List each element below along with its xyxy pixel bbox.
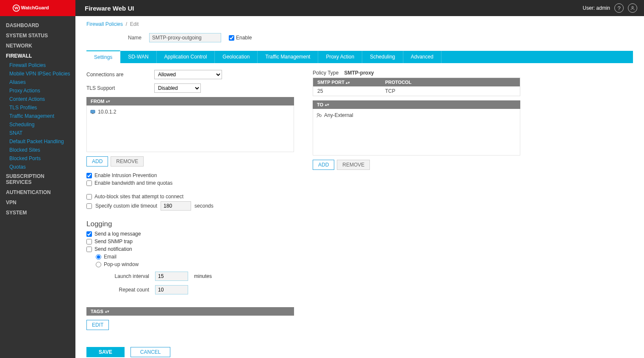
- nav-firewall[interactable]: FIREWALL: [0, 51, 75, 61]
- nav-quotas[interactable]: Quotas: [0, 163, 75, 171]
- tab-sdwan[interactable]: SD-WAN: [120, 51, 156, 63]
- from-item[interactable]: 10.0.1.2: [90, 108, 290, 116]
- nav-system-status[interactable]: SYSTEM STATUS: [0, 31, 75, 41]
- sort-icon: ▴▾: [105, 309, 109, 314]
- name-input[interactable]: [149, 33, 221, 42]
- from-add-button[interactable]: ADD: [86, 156, 108, 167]
- svg-rect-4: [91, 110, 95, 113]
- launch-input[interactable]: [155, 272, 188, 281]
- tab-advanced[interactable]: Advanced: [403, 51, 441, 63]
- policy-type-label: Policy Type: [313, 70, 339, 76]
- connections-select[interactable]: Allowed: [154, 70, 222, 79]
- email-radio[interactable]: [96, 254, 101, 260]
- sidebar: DASHBOARD SYSTEM STATUS NETWORK FIREWALL…: [0, 16, 75, 358]
- brand-logo: W WatchGuard: [0, 0, 75, 16]
- autoblock-label: Auto-block sites that attempt to connect: [94, 194, 183, 200]
- nav-blocked-ports[interactable]: Blocked Ports: [0, 154, 75, 163]
- nav-system[interactable]: SYSTEM: [0, 208, 75, 218]
- tags-header[interactable]: TAGS ▴▾: [86, 307, 294, 316]
- nav-default-pkt[interactable]: Default Packet Handling: [0, 137, 75, 146]
- to-item[interactable]: Any-External: [316, 111, 516, 119]
- quota-checkbox[interactable]: [86, 180, 92, 186]
- protocol-cell: TCP: [381, 86, 520, 96]
- user-icon[interactable]: [628, 3, 637, 13]
- nav-proxy-actions[interactable]: Proxy Actions: [0, 86, 75, 95]
- to-remove-button[interactable]: REMOVE: [337, 160, 370, 170]
- alias-icon: [316, 113, 322, 118]
- connections-label: Connections are: [86, 72, 154, 78]
- nav-blocked-sites[interactable]: Blocked Sites: [0, 146, 75, 154]
- cancel-button[interactable]: CANCEL: [130, 347, 171, 357]
- nav-content-actions[interactable]: Content Actions: [0, 95, 75, 103]
- idle-input[interactable]: [161, 201, 191, 211]
- main-content: Firewall Policies / Edit Name Enable Set…: [75, 16, 644, 358]
- enable-checkbox[interactable]: [229, 35, 234, 41]
- nav-scheduling[interactable]: Scheduling: [0, 120, 75, 129]
- from-header[interactable]: FROM ▴▾: [86, 97, 294, 105]
- nav-traffic-mgmt[interactable]: Traffic Management: [0, 112, 75, 120]
- tab-scheduling[interactable]: Scheduling: [362, 51, 403, 63]
- svg-rect-5: [92, 113, 94, 114]
- to-header[interactable]: TO ▴▾: [313, 100, 520, 109]
- idle-unit: seconds: [194, 203, 214, 209]
- nav-authentication[interactable]: AUTHENTICATION: [0, 187, 75, 197]
- tags-edit-button[interactable]: EDIT: [86, 320, 109, 330]
- topbar: W WatchGuard Fireware Web UI User: admin…: [0, 0, 644, 16]
- popup-radio[interactable]: [96, 262, 101, 267]
- tab-proxy-action[interactable]: Proxy Action: [318, 51, 362, 63]
- port-row[interactable]: 25 TCP: [313, 86, 520, 96]
- protocol-header[interactable]: PROTOCOL: [381, 78, 520, 86]
- popup-label: Pop-up window: [104, 261, 139, 267]
- enable-label: Enable: [236, 35, 252, 41]
- port-cell: 25: [313, 86, 381, 96]
- port-table: SMTP PORT ▴▾ PROTOCOL 25 TCP: [313, 78, 520, 96]
- to-add-button[interactable]: ADD: [313, 160, 334, 170]
- tab-app-control[interactable]: Application Control: [157, 51, 215, 63]
- to-list[interactable]: Any-External: [313, 109, 520, 155]
- host-icon: [90, 109, 96, 114]
- port-header[interactable]: SMTP PORT ▴▾: [313, 78, 381, 86]
- ips-label: Enable Intrusion Prevention: [94, 172, 157, 178]
- policy-type-value: SMTP-proxy: [344, 70, 374, 76]
- tab-traffic-mgmt[interactable]: Traffic Management: [258, 51, 318, 63]
- nav-vpn[interactable]: VPN: [0, 197, 75, 208]
- help-icon[interactable]: ?: [614, 3, 624, 13]
- nav-mvpn-ipsec[interactable]: Mobile VPN IPSec Policies: [0, 69, 75, 78]
- send-notif-checkbox[interactable]: [86, 247, 92, 252]
- breadcrumb-parent[interactable]: Firewall Policies: [86, 21, 123, 27]
- tls-label: TLS Support: [86, 85, 154, 91]
- idle-label: Specify custom idle timeout: [95, 203, 157, 209]
- repeat-input[interactable]: [155, 285, 188, 294]
- nav-firewall-policies[interactable]: Firewall Policies: [0, 61, 75, 69]
- sort-icon: ▴▾: [325, 103, 329, 107]
- tab-settings[interactable]: Settings: [86, 50, 120, 63]
- from-remove-button[interactable]: REMOVE: [111, 156, 144, 167]
- nav-aliases[interactable]: Aliases: [0, 78, 75, 86]
- quota-label: Enable bandwidth and time quotas: [94, 180, 172, 186]
- breadcrumb-current: Edit: [130, 21, 139, 27]
- sort-icon: ▴▾: [346, 80, 350, 85]
- name-label: Name: [125, 35, 142, 41]
- nav-tls-profiles[interactable]: TLS Profiles: [0, 103, 75, 112]
- ips-checkbox[interactable]: [86, 173, 92, 178]
- user-label: User: admin: [583, 5, 610, 11]
- tls-select[interactable]: Disabled: [154, 83, 201, 93]
- svg-text:WatchGuard: WatchGuard: [21, 5, 49, 10]
- nav-network[interactable]: NETWORK: [0, 41, 75, 51]
- send-snmp-label: Send SNMP trap: [94, 239, 133, 244]
- nav-sub-services[interactable]: SUBSCRIPTION SERVICES: [0, 171, 75, 187]
- sort-icon: ▴▾: [106, 99, 110, 103]
- breadcrumb: Firewall Policies / Edit: [86, 21, 633, 27]
- save-button[interactable]: SAVE: [86, 347, 125, 357]
- svg-point-3: [632, 6, 633, 8]
- nav-dashboard[interactable]: DASHBOARD: [0, 20, 75, 31]
- tab-geolocation[interactable]: Geolocation: [215, 51, 258, 63]
- email-label: Email: [104, 254, 117, 260]
- send-snmp-checkbox[interactable]: [86, 239, 92, 244]
- send-log-label: Send a log message: [94, 231, 141, 237]
- autoblock-checkbox[interactable]: [86, 194, 92, 200]
- nav-snat[interactable]: SNAT: [0, 129, 75, 137]
- send-log-checkbox[interactable]: [86, 231, 92, 237]
- from-list[interactable]: 10.0.1.2: [86, 105, 294, 152]
- idle-checkbox[interactable]: [86, 203, 92, 209]
